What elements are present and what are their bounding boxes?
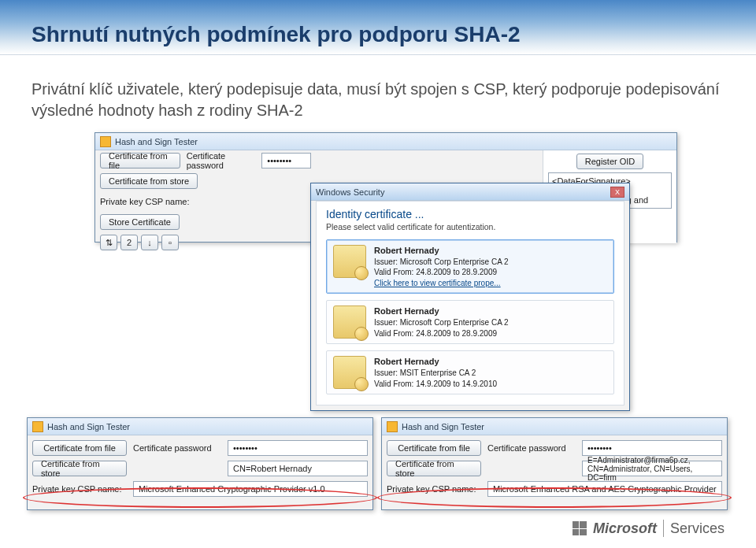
- tool-btn-3[interactable]: ↓: [141, 235, 158, 250]
- cert-from-file-button[interactable]: Certificate from file: [100, 153, 180, 168]
- app-icon: [32, 421, 43, 432]
- private-key-csp-label: Private key CSP name:: [100, 197, 202, 206]
- cert-password-field[interactable]: ••••••••: [582, 440, 722, 456]
- certificate-icon: [333, 245, 366, 278]
- cert-name: Robert Hernady: [374, 305, 509, 317]
- certificate-item[interactable]: Robert Hernady Issuer: Microsoft Corp En…: [326, 300, 614, 344]
- cert-from-file-button[interactable]: Certificate from file: [387, 440, 481, 456]
- app-icon: [387, 421, 398, 432]
- private-key-csp-label: Private key CSP name:: [387, 484, 481, 494]
- cert-from-file-button[interactable]: Certificate from file: [32, 440, 127, 456]
- app-icon: [100, 136, 111, 147]
- cert-issuer: Issuer: Microsoft Corp Enterprise CA 2: [374, 257, 509, 268]
- certificate-item[interactable]: Robert Hernady Issuer: Microsoft Corp En…: [326, 239, 614, 294]
- cert-password-field[interactable]: ••••••••: [261, 153, 311, 168]
- services-text: Services: [670, 520, 724, 537]
- register-oid-button[interactable]: Register OID: [576, 154, 644, 169]
- window-title: Windows Security: [316, 187, 384, 197]
- cert-password-label: Certificate password: [487, 443, 582, 453]
- cert-from-store-button[interactable]: Certificate from store: [100, 173, 198, 189]
- close-icon[interactable]: X: [610, 187, 624, 198]
- cert-valid: Valid From: 24.8.2009 to 28.9.2009: [374, 267, 509, 278]
- window-title: Hash and Sign Tester: [402, 422, 484, 431]
- window-title: Hash and Sign Tester: [115, 137, 198, 146]
- titlebar: Windows Security X: [311, 183, 629, 201]
- cert-password-field[interactable]: ••••••••: [228, 440, 368, 456]
- cn-field[interactable]: CN=Robert Hernady: [228, 461, 368, 476]
- cn-field[interactable]: E=Administrator@firma6p.cz, CN=Administr…: [582, 461, 722, 476]
- cert-name: Robert Hernady: [374, 245, 509, 257]
- certificate-icon: [333, 356, 366, 389]
- footer-logo: Microsoft Services: [573, 520, 724, 537]
- cert-issuer: Issuer: MSIT Enterprise CA 2: [374, 368, 497, 379]
- dialog-heading: Identity certificate ...: [326, 208, 614, 220]
- cert-password-label: Certificate password: [133, 443, 228, 453]
- microsoft-icon: [573, 521, 587, 535]
- certificate-icon: [333, 305, 366, 339]
- cert-password-label: Certificate password: [187, 151, 262, 170]
- window-title: Hash and Sign Tester: [47, 422, 130, 431]
- store-certificate-button[interactable]: Store Certificate: [100, 214, 180, 230]
- tester-window-left: Hash and Sign Tester Certificate from fi…: [27, 417, 373, 510]
- slide-body-text: Privátní klíč uživatele, který podepisuj…: [32, 79, 756, 121]
- tool-btn-1[interactable]: ⇅: [100, 235, 117, 250]
- private-key-csp-label: Private key CSP name:: [32, 484, 127, 494]
- csp-name-field[interactable]: Microsoft Enhanced Cryptographic Provide…: [133, 481, 368, 497]
- tool-btn-4[interactable]: ▫: [161, 235, 179, 250]
- cert-from-store-button[interactable]: Certificate from store: [387, 461, 481, 476]
- dialog-subtext: Please select valid certificate for aute…: [326, 222, 614, 231]
- cert-name: Robert Hernady: [374, 356, 497, 368]
- windows-security-dialog: Windows Security X Identity certificate …: [310, 183, 630, 411]
- slide-title: Shrnutí nutných podmínek pro podporu SHA…: [32, 22, 521, 47]
- certificate-item[interactable]: Robert Hernady Issuer: MSIT Enterprise C…: [326, 350, 614, 394]
- brand-text: Microsoft: [593, 520, 657, 537]
- cert-issuer: Issuer: Microsoft Corp Enterprise CA 2: [374, 317, 509, 328]
- tester-window-right: Hash and Sign Tester Certificate from fi…: [381, 417, 728, 510]
- cert-from-store-button[interactable]: Certificate from store: [32, 461, 127, 476]
- divider: [663, 520, 664, 537]
- titlebar: Hash and Sign Tester: [95, 133, 676, 150]
- cert-properties-link[interactable]: Click here to view certificate prope...: [374, 278, 509, 289]
- cert-valid: Valid From: 24.8.2009 to 28.9.2009: [374, 328, 509, 339]
- tool-btn-2[interactable]: 2: [120, 235, 138, 250]
- cert-valid: Valid From: 14.9.2009 to 14.9.2010: [374, 379, 497, 390]
- csp-name-field[interactable]: Microsoft Enhanced RSA and AES Cryptogra…: [487, 481, 722, 497]
